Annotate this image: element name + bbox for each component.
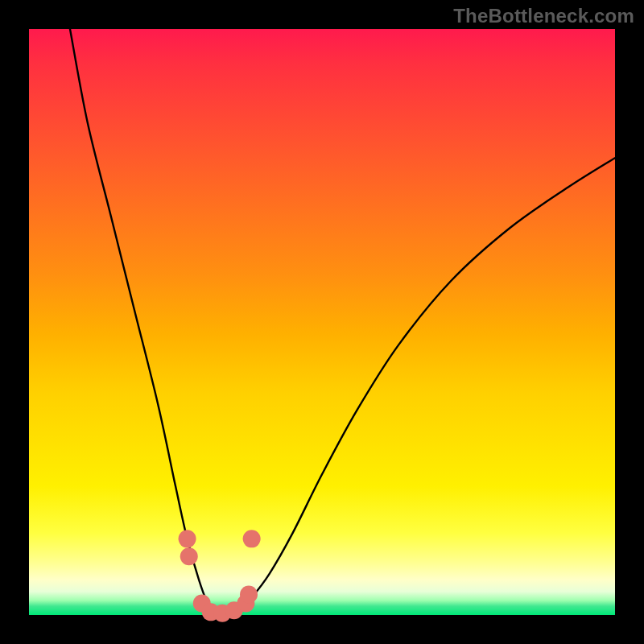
bottleneck-curve [70,29,615,616]
data-point [179,530,196,547]
data-point [180,547,198,565]
plot-area [29,29,615,615]
data-point [243,530,261,547]
chart-frame: TheBottleneck.com [0,0,644,644]
curve-markers [179,530,261,621]
watermark-text: TheBottleneck.com [453,5,634,27]
data-point [240,586,258,604]
chart-svg [29,29,615,615]
